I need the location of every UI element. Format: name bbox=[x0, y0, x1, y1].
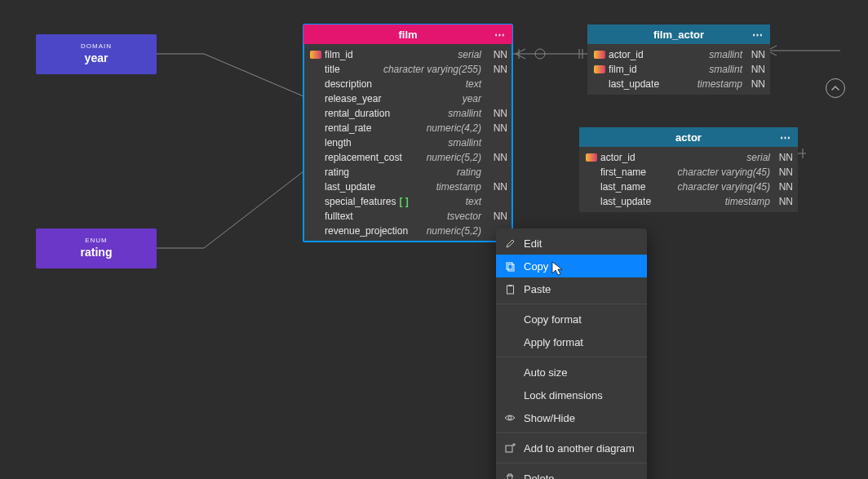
table-actor-header[interactable]: actor ⋯ bbox=[579, 127, 798, 147]
pencil-icon bbox=[504, 238, 516, 249]
table-menu-icon[interactable]: ⋯ bbox=[780, 131, 791, 144]
column-row[interactable]: titlecharacter varying(255)NN bbox=[303, 62, 512, 77]
column-type: year bbox=[463, 93, 485, 104]
column-row[interactable]: fulltexttsvectorNN bbox=[303, 209, 512, 224]
ctx-label: Delete bbox=[524, 472, 555, 480]
key-cell bbox=[582, 153, 600, 162]
ctx-add-to-diagram[interactable]: Add to another diagram bbox=[496, 437, 647, 459]
column-row[interactable]: last_updatetimestampNN bbox=[579, 194, 798, 209]
table-title: actor bbox=[675, 131, 702, 144]
column-row[interactable]: first_namecharacter varying(45)NN bbox=[579, 165, 798, 180]
column-not-null: NN bbox=[773, 196, 793, 207]
column-row[interactable]: revenue_projectionnumeric(5,2) bbox=[303, 224, 512, 238]
array-indicator: [ ] bbox=[399, 196, 408, 207]
column-name: last_update bbox=[609, 78, 698, 90]
column-row[interactable]: descriptiontext bbox=[303, 77, 512, 91]
column-type: character varying(255) bbox=[383, 64, 485, 75]
column-row[interactable]: actor_idserialNN bbox=[579, 150, 798, 165]
key-cell bbox=[591, 65, 609, 73]
column-name: last_name bbox=[600, 181, 678, 193]
ctx-show-hide[interactable]: Show/Hide bbox=[496, 406, 647, 429]
column-not-null: NN bbox=[485, 122, 507, 134]
table-film-body: film_idserialNNtitlecharacter varying(25… bbox=[303, 44, 512, 242]
ctx-copy-format[interactable]: Copy format bbox=[496, 308, 647, 330]
column-type: smallint bbox=[448, 108, 485, 119]
ctx-label: Edit bbox=[524, 237, 542, 250]
column-row[interactable]: release_yearyear bbox=[303, 91, 512, 106]
ctx-separator bbox=[496, 304, 647, 304]
primary-key-icon bbox=[310, 51, 321, 59]
column-row[interactable]: ratingrating bbox=[303, 165, 512, 180]
ctx-label: Show/Hide bbox=[524, 412, 575, 424]
column-type: timestamp bbox=[725, 196, 773, 207]
column-row[interactable]: last_updatetimestampNN bbox=[587, 77, 770, 91]
column-type: rating bbox=[457, 166, 485, 178]
column-type: numeric(5,2) bbox=[427, 225, 485, 237]
table-film-actor[interactable]: film_actor ⋯ actor_idsmallintNNfilm_idsm… bbox=[587, 24, 770, 95]
column-type: text bbox=[466, 78, 485, 90]
column-row[interactable]: lengthsmallint bbox=[303, 135, 512, 150]
column-name: last_update bbox=[325, 181, 436, 193]
column-row[interactable]: last_namecharacter varying(45)NN bbox=[579, 180, 798, 194]
ctx-delete[interactable]: Delete bbox=[496, 467, 647, 479]
column-row[interactable]: rental_ratenumeric(4,2)NN bbox=[303, 121, 512, 135]
column-not-null: NN bbox=[485, 108, 507, 119]
column-not-null: NN bbox=[773, 166, 793, 178]
ctx-copy[interactable]: Copy bbox=[496, 255, 647, 277]
ctx-auto-size[interactable]: Auto size bbox=[496, 361, 647, 384]
column-row[interactable]: rental_durationsmallintNN bbox=[303, 106, 512, 121]
column-name: rating bbox=[325, 166, 457, 178]
table-film-header[interactable]: film ⋯ bbox=[303, 24, 512, 44]
column-type: tsvector bbox=[447, 211, 485, 222]
ctx-edit[interactable]: Edit bbox=[496, 232, 647, 255]
ctx-label: Apply format bbox=[524, 336, 583, 348]
column-name: revenue_projection bbox=[325, 225, 427, 237]
svg-point-3 bbox=[535, 49, 545, 59]
table-menu-icon[interactable]: ⋯ bbox=[494, 29, 506, 41]
table-actor[interactable]: actor ⋯ actor_idserialNNfirst_namecharac… bbox=[579, 127, 798, 212]
enum-rating-box[interactable]: ENUM rating bbox=[36, 228, 157, 268]
trash-icon bbox=[504, 473, 516, 480]
primary-key-icon bbox=[586, 153, 597, 162]
table-film-actor-header[interactable]: film_actor ⋯ bbox=[587, 24, 770, 44]
ctx-label: Lock dimensions bbox=[524, 389, 603, 401]
ctx-separator bbox=[496, 463, 647, 463]
primary-key-icon bbox=[594, 65, 605, 73]
table-title: film bbox=[398, 29, 417, 41]
svg-rect-7 bbox=[508, 285, 512, 286]
column-name: length bbox=[325, 137, 448, 149]
column-type: character varying(45) bbox=[678, 181, 773, 193]
column-name: replacement_cost bbox=[325, 152, 427, 163]
column-not-null: NN bbox=[746, 64, 765, 75]
ctx-label: Copy bbox=[524, 260, 548, 273]
ctx-apply-format[interactable]: Apply format bbox=[496, 330, 647, 353]
ctx-paste[interactable]: Paste bbox=[496, 277, 647, 300]
eye-icon bbox=[504, 414, 516, 422]
column-not-null: NN bbox=[485, 181, 507, 193]
column-type: text bbox=[466, 196, 485, 207]
column-type: serial bbox=[746, 152, 773, 163]
column-not-null: NN bbox=[485, 64, 507, 75]
column-row[interactable]: actor_idsmallintNN bbox=[587, 47, 770, 62]
column-row[interactable]: film_idsmallintNN bbox=[587, 62, 770, 77]
column-type: smallint bbox=[709, 64, 746, 75]
column-row[interactable]: special_features[ ]text bbox=[303, 194, 512, 209]
column-type: character varying(45) bbox=[678, 166, 773, 178]
column-not-null: NN bbox=[485, 152, 507, 163]
scroll-up-button[interactable] bbox=[826, 78, 845, 98]
erd-canvas[interactable]: DOMAIN year ENUM rating film ⋯ film_idse… bbox=[0, 0, 868, 479]
column-row[interactable]: last_updatetimestampNN bbox=[303, 180, 512, 194]
table-menu-icon[interactable]: ⋯ bbox=[752, 29, 764, 41]
ctx-lock-dimensions[interactable]: Lock dimensions bbox=[496, 384, 647, 406]
paste-icon bbox=[504, 284, 516, 295]
key-cell bbox=[307, 51, 325, 59]
domain-year-box[interactable]: DOMAIN year bbox=[36, 34, 157, 74]
table-film[interactable]: film ⋯ film_idserialNNtitlecharacter var… bbox=[303, 24, 512, 242]
column-row[interactable]: film_idserialNN bbox=[303, 47, 512, 62]
column-type: timestamp bbox=[698, 78, 746, 90]
column-name: first_name bbox=[600, 166, 678, 178]
table-film-actor-body: actor_idsmallintNNfilm_idsmallintNNlast_… bbox=[587, 44, 770, 95]
column-not-null: NN bbox=[773, 152, 793, 163]
column-not-null: NN bbox=[773, 181, 793, 193]
column-row[interactable]: replacement_costnumeric(5,2)NN bbox=[303, 150, 512, 165]
